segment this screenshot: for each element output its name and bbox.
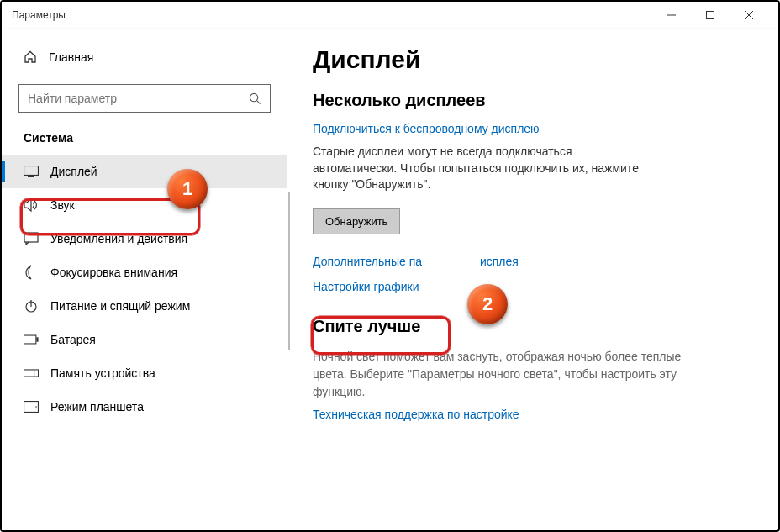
focus-icon (24, 265, 39, 280)
storage-icon (24, 366, 39, 381)
graphics-settings-link[interactable]: Настройки графики (313, 280, 753, 293)
svg-rect-8 (24, 233, 38, 242)
sidebar-item-label: Дисплей (50, 165, 98, 178)
window-title: Параметры (12, 9, 66, 21)
sidebar-item-label: Звук (50, 198, 75, 212)
annotation-badge-1: 1 (167, 169, 208, 209)
advanced-display-link[interactable]: Дополнительные параметры дисплея (313, 255, 753, 268)
page-title: Дисплей (313, 45, 753, 74)
section-label: Система (2, 131, 287, 145)
svg-rect-11 (24, 335, 35, 344)
close-button[interactable] (730, 2, 768, 29)
sidebar-item-label: Режим планшета (50, 400, 144, 413)
scroll-indicator[interactable] (288, 192, 290, 350)
svg-rect-6 (24, 166, 39, 176)
titlebar: Параметры (2, 2, 778, 29)
sidebar-item-notifications[interactable]: Уведомления и действия (2, 222, 287, 255)
svg-line-5 (257, 100, 261, 103)
home-nav-item[interactable]: Главная (2, 44, 287, 71)
battery-icon (24, 332, 39, 347)
window-controls (652, 2, 768, 29)
sidebar-item-battery[interactable]: Батарея (2, 323, 287, 356)
sidebar: Главная Система Дисплей Звук (2, 29, 287, 530)
sidebar-item-storage[interactable]: Память устройства (2, 356, 287, 390)
svg-rect-12 (36, 337, 38, 341)
search-icon (249, 92, 261, 105)
svg-point-4 (250, 93, 257, 101)
home-icon (24, 50, 37, 64)
sleep-better-heading: Спите лучше (313, 317, 753, 336)
sidebar-item-tablet[interactable]: Режим планшета (2, 390, 287, 424)
sidebar-item-power[interactable]: Питание и спящий режим (2, 289, 287, 323)
old-displays-text: Старые дисплеи могут не всегда подключат… (313, 144, 657, 193)
svg-rect-13 (24, 370, 38, 377)
power-icon (24, 298, 39, 313)
sidebar-item-sound[interactable]: Звук (2, 188, 287, 222)
sidebar-item-display[interactable]: Дисплей (2, 155, 287, 188)
svg-rect-1 (707, 11, 714, 18)
multi-displays-heading: Несколько дисплеев (313, 91, 753, 110)
search-input[interactable] (28, 92, 249, 105)
display-icon (24, 164, 39, 179)
main-panel: Дисплей Несколько дисплеев Подключиться … (287, 29, 778, 530)
annotation-badge-2: 2 (467, 284, 508, 324)
sidebar-item-label: Память устройства (50, 366, 155, 380)
sidebar-item-label: Фокусировка внимания (50, 266, 177, 279)
sound-icon (24, 198, 39, 213)
wireless-display-link[interactable]: Подключиться к беспроводному дисплею (313, 122, 753, 135)
maximize-button[interactable] (691, 2, 730, 29)
home-label: Главная (49, 50, 93, 64)
sidebar-item-label: Батарея (50, 333, 96, 346)
sidebar-item-label: Питание и спящий режим (50, 299, 190, 313)
support-link[interactable]: Техническая поддержка по настройке (313, 408, 753, 421)
settings-window: Параметры Главная (0, 0, 780, 532)
search-box[interactable] (18, 84, 271, 113)
sidebar-item-label: Уведомления и действия (50, 232, 187, 245)
detect-button[interactable]: Обнаружить (313, 208, 400, 234)
notifications-icon (24, 231, 39, 246)
sidebar-item-focus[interactable]: Фокусировка внимания (2, 255, 287, 289)
tablet-icon (24, 399, 39, 414)
minimize-button[interactable] (652, 2, 691, 29)
sleep-better-text: Ночной свет поможет вам заснуть, отображ… (313, 348, 682, 401)
svg-point-16 (35, 406, 37, 408)
content-area: Главная Система Дисплей Звук (2, 29, 778, 530)
